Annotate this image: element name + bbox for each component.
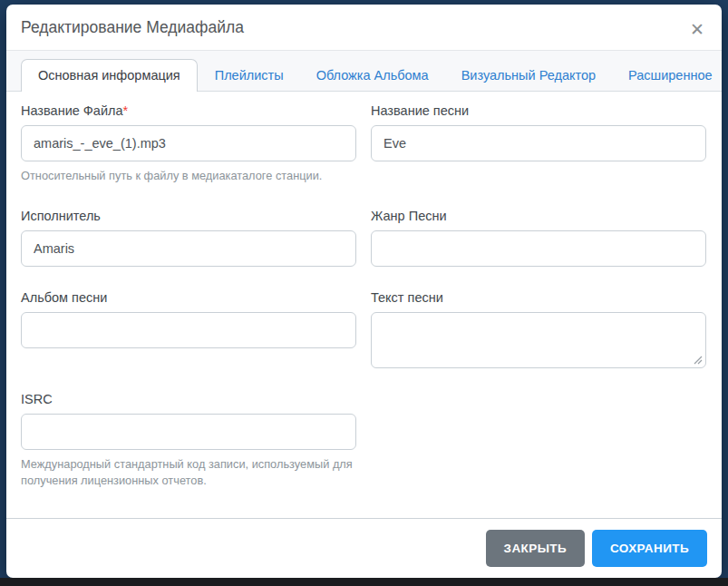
close-button[interactable]: ЗАКРЫТЬ [486, 530, 585, 567]
form-body: Название Файла* Относительный путь к фай… [6, 92, 722, 518]
tab-advanced[interactable]: Расширенное [613, 59, 722, 91]
genre-input[interactable] [371, 230, 706, 267]
dialog-header: Редактирование Медиафайла ✕ [6, 5, 722, 51]
save-button[interactable]: СОХРАНИТЬ [592, 530, 707, 567]
lyrics-label: Текст песни [371, 290, 706, 305]
tab-bar: Основная информация Плейлисты Обложка Ал… [6, 51, 722, 92]
album-label: Альбом песни [21, 290, 356, 305]
artist-input[interactable] [21, 230, 356, 267]
isrc-help: Международный стандартный код записи, ис… [21, 456, 356, 490]
song-title-input[interactable] [371, 125, 706, 161]
lyrics-textarea[interactable] [371, 312, 706, 368]
field-file-name: Название Файла* Относительный путь к фай… [21, 103, 356, 185]
backdrop-bottom-strip [0, 578, 728, 586]
album-input[interactable] [21, 312, 356, 348]
file-name-label: Название Файла* [21, 103, 356, 118]
artist-label: Исполнитель [21, 209, 356, 223]
edit-media-dialog: Редактирование Медиафайла ✕ Основная инф… [6, 5, 722, 578]
genre-label: Жанр Песни [371, 209, 706, 223]
field-genre: Жанр Песни [371, 209, 706, 267]
tab-visual-editor[interactable]: Визуальный Редактор [446, 59, 611, 91]
field-song-title: Название песни [371, 103, 706, 185]
field-artist: Исполнитель [21, 209, 356, 267]
resize-handle-icon[interactable] [694, 356, 703, 365]
field-isrc: ISRC Международный стандартный код запис… [21, 392, 356, 490]
field-lyrics: Текст песни [371, 290, 706, 368]
file-name-input[interactable] [21, 125, 356, 161]
dialog-title: Редактирование Медиафайла [21, 18, 244, 36]
isrc-input[interactable] [21, 414, 356, 450]
tab-playlists[interactable]: Плейлисты [199, 59, 299, 91]
tab-basic-info[interactable]: Основная информация [21, 59, 198, 92]
tab-album-art[interactable]: Обложка Альбома [301, 59, 444, 91]
required-asterisk: * [123, 103, 129, 118]
close-icon[interactable]: ✕ [684, 15, 710, 44]
file-name-help: Относительный путь к файлу в медиакатало… [21, 168, 356, 185]
dialog-footer: ЗАКРЫТЬ СОХРАНИТЬ [6, 518, 722, 578]
isrc-label: ISRC [21, 392, 356, 406]
song-title-label: Название песни [371, 103, 706, 118]
field-album: Альбом песни [21, 290, 356, 368]
